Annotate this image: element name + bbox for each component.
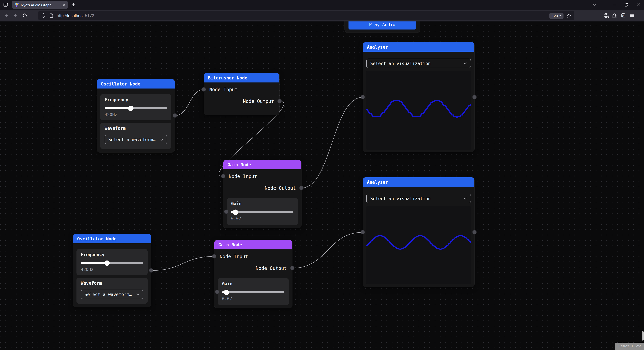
- frequency-slider[interactable]: [81, 262, 143, 264]
- waveform-panel: Waveform Select a waveform…: [100, 123, 172, 149]
- node-graph-canvas[interactable]: Play Audio Oscillator Node Frequency 420…: [0, 21, 644, 350]
- slider-thumb[interactable]: [233, 209, 238, 215]
- edge-oscillator2-gain2[interactable]: [151, 257, 214, 271]
- edge-oscillator1-bitcrusher[interactable]: [175, 89, 204, 116]
- slider-thumb[interactable]: [104, 260, 110, 266]
- oscillator-node-1[interactable]: Oscillator Node Frequency 420Hz Waveform…: [97, 79, 175, 152]
- frequency-panel: Frequency 420Hz: [76, 249, 148, 275]
- zoom-level-badge[interactable]: 120%: [550, 12, 564, 18]
- bitcrusher-node[interactable]: Bitcrusher Node Node Input Node Output: [204, 73, 280, 115]
- analyser-node-1[interactable]: Analyser Select an visualization: [363, 42, 474, 152]
- output-handle[interactable]: [472, 230, 477, 234]
- bookmark-star-icon[interactable]: [566, 13, 572, 18]
- gain-panel: Gain 0.07: [227, 198, 298, 225]
- node-output-label: Node Output: [243, 99, 274, 104]
- input-handle[interactable]: [360, 95, 365, 99]
- waveform-label: Waveform: [105, 126, 126, 131]
- waveform-select[interactable]: Select a waveform…: [105, 135, 167, 144]
- forward-icon[interactable]: [13, 13, 18, 18]
- firefox-view-icon[interactable]: [3, 2, 8, 7]
- gain-param-handle[interactable]: [224, 210, 228, 214]
- waveform-trace: [366, 71, 471, 150]
- frequency-value: 420Hz: [81, 267, 94, 272]
- gain-slider[interactable]: [222, 291, 284, 293]
- frequency-slider[interactable]: [105, 107, 167, 109]
- gain-label: Gain: [222, 281, 232, 286]
- waveform-select[interactable]: Select a waveform…: [81, 290, 143, 299]
- gain-node-2[interactable]: Gain Node Node Input Node Output Gain 0.…: [214, 240, 292, 308]
- extensions-puzzle-icon[interactable]: [612, 13, 617, 18]
- node-header[interactable]: Oscillator Node: [97, 79, 175, 88]
- url-bar[interactable]: http://localhost:5173 120%: [38, 11, 574, 20]
- input-handle[interactable]: [221, 174, 226, 178]
- visualization-select-value: Select an visualization: [370, 61, 431, 66]
- input-handle[interactable]: [202, 87, 206, 91]
- gain-label: Gain: [231, 201, 242, 206]
- tab-title: Ryo's Audio Graph: [21, 3, 60, 7]
- new-tab-button[interactable]: [71, 2, 76, 7]
- node-title: Oscillator Node: [77, 236, 116, 241]
- waveform-select-value: Select a waveform…: [108, 137, 156, 142]
- slider-thumb[interactable]: [128, 105, 134, 111]
- url-scheme: http://: [57, 13, 67, 18]
- tab-close-icon[interactable]: [62, 3, 66, 6]
- edge-gain2-analyser2[interactable]: [292, 232, 363, 268]
- chevron-down-icon: [136, 293, 140, 296]
- output-handle[interactable]: [173, 113, 177, 118]
- notion-extension-icon[interactable]: N: [620, 13, 626, 18]
- reload-icon[interactable]: [22, 13, 28, 18]
- waveform-select-value: Select a waveform…: [84, 292, 132, 297]
- slider-thumb[interactable]: [224, 290, 229, 295]
- back-icon[interactable]: [3, 13, 9, 18]
- navigation-toolbar: http://localhost:5173 120%: [0, 10, 644, 21]
- node-header[interactable]: Analyser: [363, 177, 474, 187]
- analyser-node-2[interactable]: Analyser Select an visualization: [363, 177, 474, 287]
- node-input-label: Node Input: [209, 87, 238, 92]
- output-handle[interactable]: [278, 99, 282, 103]
- chevron-down-icon: [160, 138, 163, 141]
- waveform-canvas: [366, 206, 471, 284]
- frequency-label: Frequency: [81, 252, 104, 257]
- output-handle[interactable]: [299, 186, 304, 190]
- window-close-button[interactable]: [636, 2, 641, 7]
- frequency-value: 420Hz: [105, 112, 117, 117]
- node-input-label: Node Input: [229, 174, 257, 179]
- window-minimize-button[interactable]: [612, 2, 617, 7]
- output-handle[interactable]: [149, 268, 153, 273]
- output-handle[interactable]: [290, 266, 294, 270]
- node-header[interactable]: Oscillator Node: [73, 234, 151, 243]
- visualization-select[interactable]: Select an visualization: [366, 194, 471, 203]
- node-header[interactable]: Analyser: [363, 42, 474, 52]
- node-title: Analyser: [367, 44, 388, 49]
- frequency-label: Frequency: [105, 97, 128, 102]
- shield-icon[interactable]: [41, 13, 46, 18]
- browser-tab[interactable]: Ryo's Audio Graph: [12, 1, 68, 9]
- url-port: :5173: [84, 13, 94, 18]
- list-tabs-chevron-icon[interactable]: [592, 2, 597, 7]
- gain-node-1[interactable]: Gain Node Node Input Node Output Gain 0.…: [224, 160, 301, 228]
- output-handle[interactable]: [472, 95, 477, 99]
- chevron-down-icon: [464, 197, 467, 200]
- vite-favicon: [14, 3, 19, 7]
- node-title: Analyser: [367, 180, 388, 185]
- window-restore-button[interactable]: [624, 2, 629, 7]
- gain-param-handle[interactable]: [215, 290, 219, 294]
- input-handle[interactable]: [360, 230, 365, 234]
- node-header[interactable]: Gain Node: [224, 160, 301, 169]
- visualization-select[interactable]: Select an visualization: [366, 59, 471, 68]
- waveform-canvas: [366, 71, 471, 150]
- react-flow-attribution[interactable]: React Flow: [615, 343, 644, 350]
- node-title: Gain Node: [218, 242, 242, 247]
- account-icon[interactable]: [604, 13, 609, 18]
- input-handle[interactable]: [212, 254, 216, 259]
- node-title: Bitcrusher Node: [208, 75, 247, 80]
- menu-hamburger-icon[interactable]: [629, 13, 634, 18]
- node-header[interactable]: Gain Node: [214, 240, 292, 249]
- gain-slider[interactable]: [231, 211, 294, 213]
- oscillator-node-2[interactable]: Oscillator Node Frequency 420Hz Waveform…: [73, 234, 151, 307]
- url-text[interactable]: http://localhost:5173: [57, 13, 94, 18]
- edge-gain1-analyser1[interactable]: [301, 97, 363, 188]
- page-info-icon[interactable]: [49, 13, 54, 18]
- scrollbar-thumb[interactable]: [642, 331, 644, 341]
- node-header[interactable]: Bitcrusher Node: [204, 73, 280, 82]
